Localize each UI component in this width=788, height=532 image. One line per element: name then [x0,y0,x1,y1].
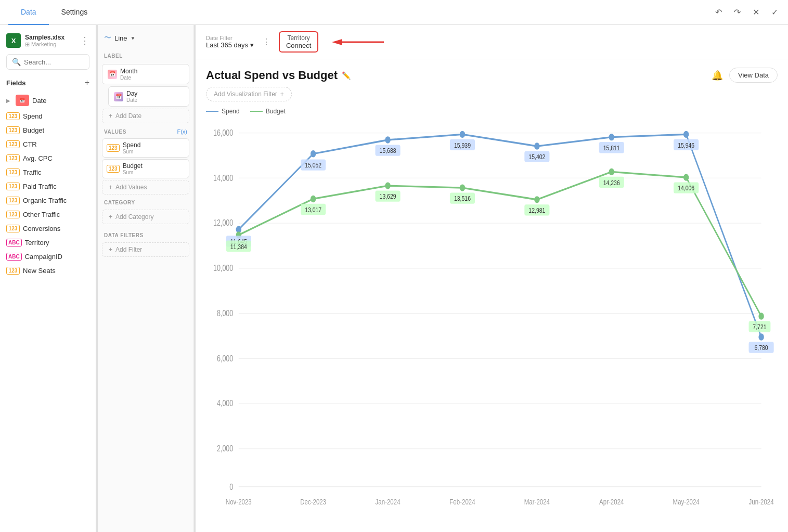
add-date-label: Add Date [115,112,141,120]
field-item-conversions[interactable]: 123 Conversions [0,222,96,236]
chip-content-spend: Spend Sum [123,141,141,154]
category-section-header: CATEGORY [98,196,193,209]
svg-text:Mar-2024: Mar-2024 [524,497,550,506]
file-info: X Samples.xlsx ⊞ Marketing [6,33,64,48]
field-name-organic-traffic: Organic Traffic [23,197,67,204]
territory-title: Territory [286,34,311,42]
middle-panel: 〜 Line ▼ LABEL 📅 Month Date 📅 Day Date [98,25,194,532]
svg-text:13,017: 13,017 [305,206,321,214]
field-item-budget[interactable]: 123 Budget [0,123,96,137]
field-item-ctr[interactable]: 123 CTR [0,137,96,151]
field-item-campaignid[interactable]: ABC CampaignID [0,250,96,264]
date-filter-value[interactable]: Last 365 days ▾ [206,41,254,49]
chevron-down-icon: ▼ [131,35,136,41]
field-name-traffic: Traffic [23,168,41,176]
budget-legend-line [250,111,263,112]
chip-title-budget: Budget [123,162,143,170]
num-badge: 123 [6,140,20,148]
chip-sub-spend: Sum [123,149,141,154]
value-chip-spend[interactable]: 123 Spend Sum [102,138,189,158]
edit-icon[interactable]: ✏️ [342,71,351,80]
svg-text:4,000: 4,000 [217,399,233,408]
svg-marker-1 [332,39,342,45]
fx-button[interactable]: F(x) [177,128,187,135]
content-header: Date Filter Last 365 days ▾ ⋮ Territory … [196,25,788,59]
field-name-spend: Spend [23,112,43,120]
spend-legend-line [206,111,218,112]
territory-connect-box[interactable]: Territory Connect [279,31,318,53]
field-item-organic-traffic[interactable]: 123 Organic Traffic [0,193,96,207]
svg-text:6,000: 6,000 [217,354,233,363]
tab-settings[interactable]: Settings [49,0,100,25]
label-section-header: LABEL [98,49,193,62]
svg-text:6,780: 6,780 [755,344,768,352]
chart-title: Actual Spend vs Budget ✏️ [206,69,351,82]
chart-area: Actual Spend vs Budget ✏️ 🔔 View Data Ad… [196,59,788,532]
values-label: VALUES [104,129,126,135]
field-item-spend[interactable]: 123 Spend [0,109,96,123]
calendar-day-icon: 📅 [114,92,123,101]
svg-text:15,688: 15,688 [380,147,396,155]
num-badge: 123 [6,267,20,275]
svg-text:Dec-2023: Dec-2023 [300,497,326,506]
close-icon[interactable]: ✕ [751,7,761,18]
svg-point-33 [609,134,614,140]
fields-label: Fields [6,79,26,87]
svg-text:14,236: 14,236 [603,179,620,187]
field-item-new-seats[interactable]: 123 New Seats [0,264,96,278]
field-item-avg-cpc[interactable]: 123 Avg. CPC [0,151,96,165]
svg-text:Nov-2023: Nov-2023 [226,497,252,506]
chart-title-row: Actual Spend vs Budget ✏️ 🔔 View Data [206,59,778,87]
add-category-button[interactable]: + Add Category [102,210,189,224]
chip-title-spend: Spend [123,141,141,149]
chart-type-selector[interactable]: 〜 Line ▼ [98,31,193,49]
chip-content-day: Day Date [126,90,137,103]
view-data-button[interactable]: View Data [729,68,778,83]
field-item-territory[interactable]: ABC Territory [0,236,96,250]
spend-legend-label: Spend [222,108,240,115]
svg-text:8,000: 8,000 [217,309,233,318]
search-input[interactable] [24,58,84,66]
field-item-traffic[interactable]: 123 Traffic [0,165,96,179]
abc-badge: ABC [6,253,22,261]
search-icon: 🔍 [12,58,21,66]
field-item-other-traffic[interactable]: 123 Other Traffic [0,207,96,222]
label-chip-day[interactable]: 📅 Day Date [108,86,189,107]
svg-text:14,006: 14,006 [678,184,694,192]
svg-point-35 [758,333,764,340]
chip-sub-budget: Sum [123,170,143,175]
add-filter-label: Add Filter [115,246,142,253]
field-item-date[interactable]: ▶ 📅 Date [0,92,96,109]
svg-text:15,939: 15,939 [454,141,471,149]
tab-data[interactable]: Data [8,0,49,25]
add-filter-label-text: Add Visualization Filter [214,90,277,98]
add-field-icon[interactable]: + [85,78,89,87]
legend-spend: Spend [206,108,240,115]
num-badge: 123 [6,154,20,162]
abc-badge: ABC [6,239,22,246]
check-icon[interactable]: ✓ [769,7,780,18]
undo-icon[interactable]: ↶ [713,7,724,18]
search-box[interactable]: 🔍 [6,54,89,70]
value-chip-budget[interactable]: 123 Budget Sum [102,159,189,178]
plus-icon: + [280,90,284,98]
filter-bar: Add Visualization Filter + [206,87,778,101]
budget-badge: 123 [107,165,120,173]
bell-icon[interactable]: 🔔 [712,70,723,81]
field-item-paid-traffic[interactable]: 123 Paid Traffic [0,179,96,193]
svg-point-37 [311,196,316,202]
top-bar-icons: ↶ ↷ ✕ ✓ [713,7,780,18]
plus-icon: + [109,184,112,191]
excel-icon: X [6,33,21,48]
add-date-button[interactable]: + Add Date [102,109,189,123]
add-visualization-filter-button[interactable]: Add Visualization Filter + [206,87,292,101]
add-values-button[interactable]: + Add Values [102,180,189,194]
label-chip-month[interactable]: 📅 Month Date [102,64,189,84]
redo-icon[interactable]: ↷ [732,7,742,18]
chip-title-day: Day [126,90,137,97]
file-more-icon[interactable]: ⋮ [80,35,89,46]
main-layout: X Samples.xlsx ⊞ Marketing ⋮ 🔍 Fields + [0,25,788,532]
field-name-date: Date [32,97,46,105]
add-filter-button[interactable]: + Add Filter [102,242,189,257]
more-options-icon[interactable]: ⋮ [262,37,270,47]
